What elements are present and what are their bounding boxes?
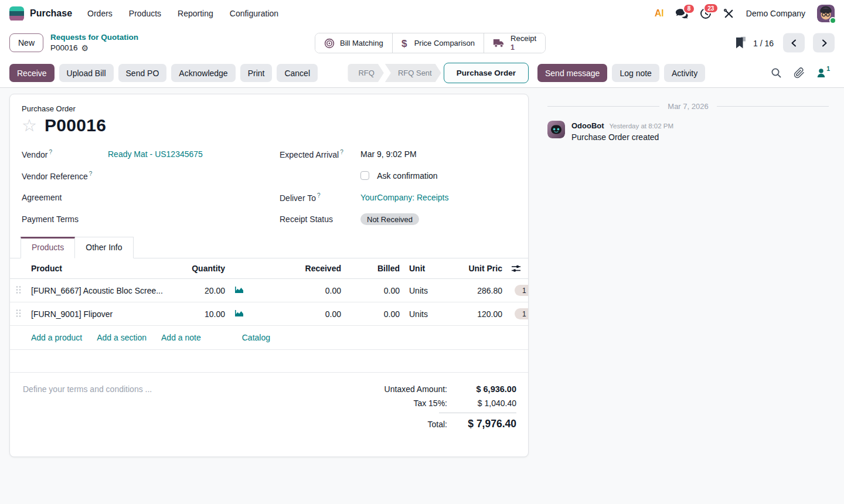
untaxed-amount-label: Untaxed Amount:	[384, 384, 447, 394]
terms-and-conditions-input[interactable]: Define your terms and conditions ...	[23, 384, 152, 435]
table-header-row: Product Quantity Received Billed Unit Un…	[10, 258, 529, 279]
expected-arrival-value[interactable]: Mar 9, 9:02 PM	[360, 149, 516, 159]
unit-price-cell[interactable]: 286.80	[447, 279, 507, 302]
activity-button[interactable]: Activity	[664, 64, 705, 82]
menu-reporting[interactable]: Reporting	[178, 9, 213, 18]
deliver-to-value[interactable]: YourCompany: Receipts	[360, 193, 516, 202]
quantity-cell[interactable]: 10.00	[182, 302, 230, 326]
menu-configuration[interactable]: Configuration	[230, 9, 278, 18]
user-avatar[interactable]	[817, 5, 835, 22]
ai-icon[interactable]: AI	[655, 8, 663, 19]
step-rfq[interactable]: RFQ	[348, 64, 383, 82]
field-expected-arrival: Expected Arrival? Mar 9, 9:02 PM	[280, 148, 516, 161]
billed-cell[interactable]: 0.00	[346, 302, 404, 326]
doc-type-label: Purchase Order	[22, 104, 516, 113]
followers-count: 1	[826, 65, 830, 72]
tab-products[interactable]: Products	[21, 237, 75, 258]
drag-handle-icon[interactable]	[10, 279, 26, 302]
send-message-button[interactable]: Send message	[537, 64, 607, 82]
breadcrumb-parent[interactable]: Requests for Quotation	[50, 32, 138, 43]
col-header-product[interactable]: Product	[26, 258, 182, 279]
add-a-product-link[interactable]: Add a product	[31, 333, 82, 342]
total-value: $ 7,976.40	[447, 418, 516, 430]
messages-icon[interactable]: 8	[675, 8, 688, 19]
chevron-left-icon	[789, 38, 799, 48]
tools-icon[interactable]	[723, 8, 734, 19]
bill-matching-label: Bill Matching	[340, 39, 383, 47]
date-divider: Mar 7, 2026	[547, 102, 829, 111]
totals-block: Untaxed Amount: $ 6,936.00 Tax 15%: $ 1,…	[370, 384, 516, 435]
received-cell[interactable]: 0.00	[252, 279, 346, 302]
gear-icon[interactable]: ⚙︎	[81, 43, 89, 53]
step-rfq-sent[interactable]: RFQ Sent	[385, 64, 441, 82]
acknowledge-button[interactable]: Acknowledge	[171, 64, 235, 82]
optional-columns-icon[interactable]	[507, 258, 529, 279]
pager-previous-button[interactable]	[783, 33, 805, 53]
attachment-paperclip-icon[interactable]	[794, 67, 805, 79]
new-button[interactable]: New	[9, 33, 43, 52]
favorite-star-icon[interactable]: ☆	[22, 117, 37, 134]
app-brand[interactable]: Purchase	[9, 6, 72, 21]
notebook-tabs: Products Other Info	[10, 237, 528, 258]
drag-handle-icon[interactable]	[10, 302, 26, 326]
step-purchase-order[interactable]: Purchase Order	[444, 63, 529, 83]
field-agreement: Agreement	[22, 191, 280, 204]
product-link[interactable]: [FURN_9001] Flipover	[26, 302, 182, 326]
empty-line-strip	[10, 350, 528, 373]
add-a-note-link[interactable]: Add a note	[161, 333, 201, 342]
unit-cell[interactable]: Units	[404, 279, 447, 302]
line-footer-links: Add a product Add a section Add a note C…	[10, 326, 528, 350]
message-author[interactable]: OdooBot	[571, 121, 604, 130]
top-navbar: Purchase Orders Products Reporting Confi…	[0, 0, 844, 27]
breadcrumb-current: P00016	[50, 43, 78, 53]
receipt-button[interactable]: Receipt 1	[484, 33, 545, 53]
followers-icon[interactable]: 1	[816, 68, 830, 78]
help-icon: ?	[340, 149, 343, 155]
company-switcher[interactable]: Demo Company	[746, 9, 805, 18]
bullseye-icon	[324, 38, 335, 49]
upload-bill-button[interactable]: Upload Bill	[59, 64, 114, 82]
cancel-button[interactable]: Cancel	[277, 64, 318, 82]
forecast-chart-icon[interactable]	[230, 279, 252, 302]
menu-products[interactable]: Products	[129, 9, 161, 18]
col-header-unit[interactable]: Unit	[404, 258, 447, 279]
tax-value: $ 1,040.40	[447, 399, 516, 408]
receive-button[interactable]: Receive	[9, 64, 55, 82]
odoobot-avatar[interactable]	[547, 121, 565, 138]
tab-other-info[interactable]: Other Info	[75, 237, 133, 258]
log-note-button[interactable]: Log note	[612, 64, 659, 82]
unit-cell[interactable]: Units	[404, 302, 447, 326]
forecast-chart-icon[interactable]	[230, 302, 252, 326]
total-label: Total:	[428, 420, 447, 429]
pager-next-button[interactable]	[813, 33, 835, 53]
col-header-unit-price[interactable]: Unit Pric	[447, 258, 507, 279]
chevron-right-icon	[819, 38, 829, 48]
quantity-cell[interactable]: 20.00	[182, 279, 230, 302]
ask-confirmation-label: Ask confirmation	[377, 171, 437, 181]
agreement-label: Agreement	[22, 193, 108, 202]
ask-confirmation-checkbox[interactable]	[360, 171, 369, 180]
totals-divider	[439, 413, 516, 413]
menu-orders[interactable]: Orders	[87, 9, 113, 18]
help-icon: ?	[317, 192, 321, 199]
col-header-billed[interactable]: Billed	[346, 258, 404, 279]
add-a-section-link[interactable]: Add a section	[97, 333, 147, 342]
vendor-value[interactable]: Ready Mat - US12345675	[108, 149, 280, 159]
received-cell[interactable]: 0.00	[252, 302, 346, 326]
billed-cell[interactable]: 0.00	[346, 279, 404, 302]
chatter-panel: Mar 7, 2026	[538, 88, 844, 504]
print-button[interactable]: Print	[240, 64, 273, 82]
col-header-received[interactable]: Received	[252, 258, 346, 279]
bill-matching-button[interactable]: Bill Matching	[315, 33, 393, 53]
activities-clock-icon[interactable]: 23	[700, 8, 712, 19]
search-messages-icon[interactable]	[771, 67, 782, 79]
price-comparison-button[interactable]: $ Price Comparison	[393, 33, 484, 53]
send-po-button[interactable]: Send PO	[118, 64, 167, 82]
unit-price-cell[interactable]: 120.00	[447, 302, 507, 326]
bookmark-icon[interactable]	[734, 37, 746, 49]
product-link[interactable]: [FURN_6667] Acoustic Bloc Scree...	[26, 279, 182, 302]
col-header-quantity[interactable]: Quantity	[182, 258, 230, 279]
price-comparison-label: Price Comparison	[414, 39, 475, 47]
tax-label: Tax 15%:	[413, 399, 447, 408]
catalog-link[interactable]: Catalog	[242, 333, 270, 342]
